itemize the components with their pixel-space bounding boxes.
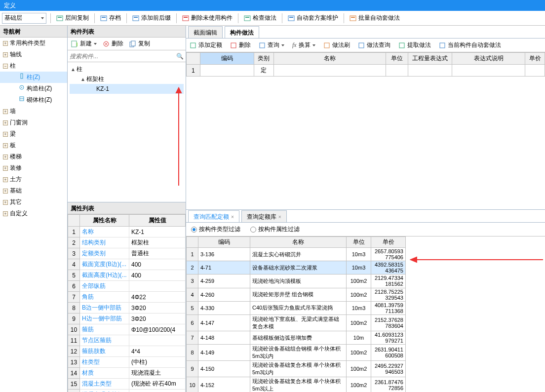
prop-row[interactable]: 9H边一侧中部筋3Φ20 [68, 314, 186, 324]
method-tb-button[interactable]: 当前构件自动套做法 [437, 40, 503, 51]
expand-icon[interactable]: + [3, 155, 8, 159]
filter-by-prop[interactable]: 按构件属性过滤 [250, 225, 300, 234]
search-icon[interactable]: 🔍 [176, 53, 184, 60]
method-tb-button[interactable]: 做法刷 [322, 40, 351, 51]
prop-row[interactable]: 15混凝土类型(现浇砼 碎石40m [68, 379, 186, 390]
new-button[interactable]: 新建 [70, 39, 98, 49]
result-row[interactable]: 13-136混凝土实心砖砌沉井10m32657.80593775406 [187, 248, 406, 261]
result-row[interactable]: 34-259现浇砼地沟沟顶模板100m22129.47334181562 [187, 274, 406, 288]
method-tb-button[interactable]: 提取做法 [397, 40, 432, 51]
tree-root[interactable]: ▴柱 [70, 64, 184, 74]
chevron-down-icon [94, 43, 97, 45]
nav-item[interactable]: +基础 [0, 185, 67, 196]
method-toolbar: 添加定额删除查询 fx 换算 做法刷做法查询提取做法当前构件自动套做法 [186, 39, 545, 52]
nav-item[interactable]: −柱 [0, 60, 67, 72]
prop-row[interactable]: 7角筋4Φ22 [68, 292, 186, 303]
nav-item[interactable]: +轴线 [0, 49, 67, 60]
result-row[interactable]: 74-148基础模板侧边弧形增加费10m41.6093123979271 [187, 331, 406, 344]
expand-icon[interactable]: + [3, 132, 8, 137]
tab-method[interactable]: 构件做法 [225, 26, 259, 38]
copy-button[interactable]: 复制 [128, 39, 152, 49]
expand-icon[interactable]: + [3, 177, 8, 182]
prop-row[interactable]: 13柱类型(中柱) [68, 357, 186, 368]
nav-item[interactable]: +其它 [0, 196, 67, 208]
nav-item[interactable]: +楼梯 [0, 151, 67, 162]
close-icon[interactable]: × [278, 214, 281, 220]
prop-row[interactable]: 4截面宽度(B边)(...400 [68, 259, 186, 270]
prop-row[interactable]: 2结构类别框架柱 [68, 237, 186, 248]
expand-icon[interactable]: + [3, 211, 8, 216]
prop-row[interactable]: 5截面高度(H边)(...400 [68, 270, 186, 281]
grid-row[interactable]: 1 定 [187, 65, 545, 77]
expand-icon[interactable]: − [3, 64, 8, 69]
nav-item[interactable]: +梁 [0, 128, 67, 140]
close-icon[interactable]: × [231, 214, 234, 220]
svg-rect-27 [359, 43, 364, 48]
expand-icon[interactable]: + [3, 41, 8, 46]
tree-sub[interactable]: ▴框架柱 [70, 74, 184, 84]
expand-icon[interactable]: + [3, 143, 8, 148]
nav-item[interactable]: +土方 [0, 174, 67, 185]
result-row[interactable]: 64-147现浇砼地下室底板、无梁式满堂基础复合木模100m22152.3762… [187, 314, 406, 331]
result-row[interactable]: 54-330C40后张预应力鱼腹式吊车梁浇捣10m34081.397597113… [187, 301, 406, 314]
nav-item[interactable]: +自定义 [0, 208, 67, 219]
toolbar-button[interactable]: 自动套方案维护 [286, 13, 340, 24]
prop-row[interactable]: 14材质现浇混凝土 [68, 368, 186, 379]
toolbar-button[interactable]: 层间复制 [55, 13, 90, 24]
prop-header: 属性列表 [68, 202, 186, 214]
filter-row: 按构件类型过滤 按构件属性过滤 [186, 223, 545, 236]
toolbar-button[interactable]: 批量自动套做法 [348, 13, 401, 24]
expand-icon[interactable]: + [3, 200, 8, 205]
expand-icon[interactable]: + [3, 109, 8, 114]
nav-item[interactable]: +门窗洞 [0, 117, 67, 128]
toolbar-button[interactable]: 添加前后缀 [131, 13, 172, 24]
result-row[interactable]: 104-152现浇砼设备基础复合木模 单个块体积5m3以上100m22361.8… [187, 377, 406, 392]
svg-rect-28 [399, 43, 404, 48]
svg-rect-3 [102, 17, 106, 18]
result-row[interactable]: 84-149现浇砼设备基础组合钢模 单个块体积5m3以内100m22631.90… [187, 345, 406, 361]
prop-row[interactable]: 16混凝土强度等级(C35) [68, 390, 186, 392]
tab-match-quota[interactable]: 查询匹配定额× [188, 210, 239, 222]
method-tb-button[interactable]: 添加定额 [188, 40, 224, 51]
method-tb-button[interactable]: fx 换算 [291, 40, 317, 51]
tab-quota-lib[interactable]: 查询定额库× [241, 210, 287, 222]
method-tb-button[interactable]: 删除 [229, 40, 252, 51]
toolbar-button[interactable]: 检查做法 [242, 13, 278, 24]
nav-item[interactable]: +常用构件类型 [0, 38, 67, 49]
nav-item[interactable]: +墙 [0, 106, 67, 117]
tree-leaf[interactable]: KZ-1 [70, 84, 184, 94]
method-tb-button[interactable]: 查询 [257, 40, 286, 51]
svg-rect-23 [191, 43, 195, 48]
result-row[interactable]: 24-71设备基础水泥砂浆二次灌浆10m34392.58315436475 [187, 261, 406, 274]
nav-subitem[interactable]: 构造柱(Z) [0, 83, 67, 94]
expand-icon[interactable]: + [3, 120, 8, 125]
nav-item[interactable]: +板 [0, 140, 67, 151]
result-row[interactable]: 44-260现浇砼矩形井壁 组合钢模100m22128.75225329543 [187, 288, 406, 301]
prop-row[interactable]: 6全部纵筋 [68, 281, 186, 292]
expand-icon[interactable]: + [3, 52, 8, 57]
main-toolbar: 基础层 层间复制存档添加前后缀删除未使用构件检查做法自动套方案维护批量自动套做法 [0, 11, 545, 26]
filter-by-type[interactable]: 按构件类型过滤 [191, 225, 240, 234]
delete-button[interactable]: 删除 [101, 39, 125, 49]
svg-rect-24 [231, 43, 236, 48]
layer-dropdown[interactable]: 基础层 [2, 13, 46, 24]
tab-section-edit[interactable]: 截面编辑 [188, 26, 223, 38]
prop-row[interactable]: 10箍筋Φ10@100/200(4 [68, 324, 186, 335]
prop-row[interactable]: 3定额类别普通柱 [68, 248, 186, 259]
prop-row[interactable]: 11节点区箍筋 [68, 335, 186, 346]
search-input[interactable] [70, 53, 176, 60]
annotation-arrow-icon [410, 256, 543, 264]
toolbar-button[interactable]: 存档 [99, 13, 122, 24]
prop-row[interactable]: 12箍筋肢数4*4 [68, 346, 186, 357]
toolbar-button[interactable]: 删除未使用构件 [181, 13, 234, 24]
prop-row[interactable]: 8B边一侧中部筋3Φ20 [68, 303, 186, 314]
expand-icon[interactable]: + [3, 166, 8, 171]
result-row[interactable]: 94-150现浇砼设备基础复合木模 单个块体积5m3以内100m22495.22… [187, 361, 406, 377]
nav-subitem[interactable]: 砌体柱(Z) [0, 94, 67, 106]
method-tb-button[interactable]: 做法查询 [356, 40, 392, 51]
svg-rect-8 [244, 16, 250, 21]
expand-icon[interactable]: + [3, 189, 8, 194]
nav-subitem[interactable]: 柱(Z) [0, 72, 67, 83]
nav-item[interactable]: +装修 [0, 162, 67, 174]
prop-row[interactable]: 1名称KZ-1 [68, 227, 186, 237]
